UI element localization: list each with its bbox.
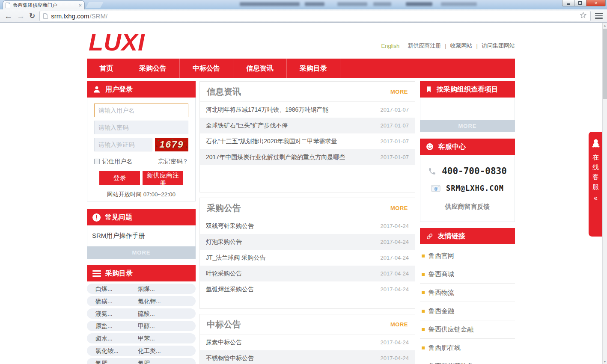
remember-username[interactable]: 记住用户名 (94, 158, 132, 166)
login-panel-title: 用户登录 (105, 85, 133, 94)
online-service-tab[interactable]: 在 线 客 服 « (589, 132, 603, 237)
remember-checkbox[interactable] (94, 159, 100, 164)
forgot-password-link[interactable]: 忘记密码？ (158, 158, 188, 166)
username-input[interactable] (94, 104, 188, 117)
org-projects-body (420, 98, 515, 120)
back-icon[interactable]: ← (4, 12, 12, 20)
address-bar[interactable]: srm.lxhg.com/SRM/ (39, 11, 591, 21)
captcha-input[interactable] (94, 138, 152, 151)
news-title: 双线弯针采购公告 (206, 222, 254, 230)
news-row[interactable]: JT_法兰球阀 采购公告 2017-04-24 (200, 250, 415, 266)
award-news-more-link[interactable]: MORE (390, 321, 408, 328)
nav-item-news[interactable]: 信息资讯 (233, 59, 287, 78)
news-date: 2017-04-24 (381, 239, 409, 245)
catalog-row: 液氨... 硫酸... (87, 308, 196, 319)
friend-link[interactable]: 鲁西新能源装备 (420, 357, 515, 364)
catalog-item[interactable]: 氯化铵... (95, 346, 119, 356)
friend-link[interactable]: 鲁西物流 (420, 284, 515, 302)
purchase-news-more-link[interactable]: MORE (390, 205, 408, 211)
tab-close-icon[interactable]: × (78, 3, 82, 8)
bullet-icon (422, 346, 425, 349)
supplier-register-button[interactable]: 新供应商注册 (143, 171, 183, 185)
news-row[interactable]: 全球铁矿石“巨头”扩产步伐不停 2017-01-07 (200, 118, 415, 133)
scroll-down-icon[interactable]: ▼ (603, 359, 607, 364)
news-row[interactable]: 不锈钢管中标公告 2017-04-24 (200, 350, 415, 364)
nav-item-purchase-announcements[interactable]: 采购公告 (126, 59, 180, 78)
faq-panel-header: ! 常见问题 (87, 209, 196, 225)
login-button[interactable]: 登录 (99, 171, 140, 185)
news-row[interactable]: 氩弧焊丝采购公告 2017-04-24 (200, 281, 415, 297)
catalog-row: 氮肥... 氮肥... (87, 358, 196, 364)
friend-link[interactable]: 鲁西肥在线 (420, 339, 515, 357)
maximize-icon (578, 1, 582, 5)
news-row[interactable]: 双线弯针采购公告 2017-04-24 (200, 218, 415, 234)
catalog-item[interactable]: 化工类... (138, 346, 161, 356)
catalog-item[interactable]: 卤水... (95, 333, 113, 343)
news-row[interactable]: 石化“十三五”规划指出2020年我国对二甲苯需求量 2017-01-07 (200, 133, 415, 149)
catalog-item[interactable]: 烟煤... (138, 284, 155, 294)
collapse-chevron-icon[interactable]: « (594, 194, 598, 202)
supplier-feedback-link[interactable]: 供应商留言反馈 (420, 203, 515, 211)
news-row[interactable]: 灯泡采购公告 2017-04-24 (200, 234, 415, 250)
org-projects-more-button[interactable]: MORE (420, 120, 515, 132)
news-title: 叶轮采购公告 (206, 270, 242, 278)
catalog-item[interactable]: 甲苯... (138, 333, 155, 343)
background-window-title-blur (406, 2, 432, 6)
page-scrollbar[interactable]: ▲ ▼ (602, 23, 607, 364)
friend-link[interactable]: 鲁西官网 (420, 247, 515, 265)
register-link[interactable]: 新供应商注册 (408, 42, 441, 50)
favorite-link[interactable]: 收藏网站 (450, 42, 473, 50)
scrollbar-thumb[interactable] (603, 29, 607, 99)
friend-link[interactable]: 鲁西金融 (420, 302, 515, 320)
nav-item-home[interactable]: 首页 (87, 59, 126, 78)
catalog-item[interactable]: 硫磺... (95, 296, 113, 306)
award-news-panel: 中标公告 MORE 尿素中标公告 2017-04-24 不锈钢管中标公告 201… (199, 314, 415, 364)
news-row[interactable]: 河北明年将压减1714万吨铁、1986万吨钢产能 2017-01-07 (200, 102, 415, 118)
catalog-item[interactable]: 硫酸... (138, 308, 155, 319)
news-row[interactable]: 叶轮采购公告 2017-04-24 (200, 266, 415, 281)
window-maximize-button[interactable] (574, 0, 586, 6)
catalog-item[interactable]: 白煤... (95, 284, 113, 294)
catalog-panel-header: 采购目录 (87, 265, 196, 281)
catalog-row: 原盐... 甲醇... (87, 321, 196, 331)
menu-icon[interactable] (595, 13, 603, 19)
catalog-item[interactable]: 甲醇... (138, 321, 155, 331)
faq-more-button[interactable]: MORE (87, 246, 196, 259)
news-title: 石化“十三五”规划指出2020年我国对二甲苯需求量 (206, 138, 337, 145)
friend-link[interactable]: 鲁西商城 (420, 265, 515, 284)
catalog-item[interactable]: 原盐... (95, 321, 113, 331)
group-site-link[interactable]: 访问集团网站 (482, 42, 515, 50)
news-title: 尿素中标公告 (206, 339, 242, 346)
catalog-item[interactable]: 氮肥... (95, 358, 113, 364)
english-link[interactable]: English (381, 43, 400, 49)
bookmark-star-icon[interactable] (580, 12, 587, 21)
friend-link[interactable]: 鲁西供应链金融 (420, 320, 515, 339)
url-host: srm.lxhg.com (51, 12, 89, 20)
window-minimize-button[interactable] (562, 0, 574, 6)
forward-icon[interactable]: → (17, 12, 25, 20)
friend-links-header: 友情链接 (420, 228, 515, 244)
background-window-title-blur (373, 2, 391, 6)
window-close-button[interactable]: × (586, 0, 606, 6)
url-path: /SRM/ (89, 12, 107, 20)
new-tab-button[interactable] (86, 2, 104, 8)
news-title: 河北明年将压减1714万吨铁、1986万吨钢产能 (206, 106, 328, 114)
password-input[interactable] (94, 121, 188, 134)
friend-links-list: 鲁西官网 鲁西商城 鲁西物流 鲁西金融 鲁西供应链金融 鲁西肥在线 鲁西新能源装… (420, 244, 515, 364)
bullet-icon (422, 328, 425, 331)
service-email[interactable]: SRM@LXHG.COM (446, 184, 504, 192)
nav-item-award-announcements[interactable]: 中标公告 (180, 59, 233, 78)
catalog-item[interactable]: 氯化钾... (138, 296, 161, 306)
faq-item[interactable]: SRM用户操作手册 (87, 225, 196, 246)
nav-item-catalog[interactable]: 采购目录 (287, 59, 340, 78)
news-row[interactable]: 2017年中国煤炭行业化解过剩产能的重点方向是哪些 2017-01-07 (200, 149, 415, 165)
catalog-item[interactable]: 液氨... (95, 308, 113, 319)
captcha-image[interactable]: 1679 (155, 138, 188, 151)
user-icon (92, 85, 101, 94)
scroll-up-icon[interactable]: ▲ (603, 23, 607, 28)
refresh-icon[interactable]: ↻ (29, 12, 35, 20)
news-row[interactable]: 尿素中标公告 2017-04-24 (200, 334, 415, 350)
browser-tab[interactable]: 鲁西集团供应商门户 × (3, 0, 85, 9)
catalog-item[interactable]: 氮肥... (138, 358, 155, 364)
info-news-more-link[interactable]: MORE (390, 89, 408, 95)
